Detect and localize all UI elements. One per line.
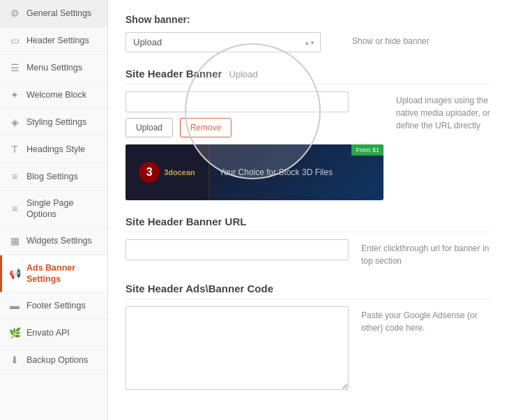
sidebar-label-single-page-options: Single Page Options [26,197,99,220]
sidebar-label-general-settings: General Settings [26,8,91,19]
logo-text: 3docean [164,168,195,177]
sidebar-icon-single-page-options: ≡ [8,202,21,215]
sidebar-icon-styling-settings: ◈ [8,116,21,128]
sidebar-item-header-settings[interactable]: ▭Header Settings [0,27,107,54]
banner-url-section-title: Site Header Banner URL [126,216,492,232]
banner-url-hint: Enter clickthrough url for banner in top… [361,239,492,267]
sidebar-label-envato-api: Envato API [26,327,70,338]
sidebar-icon-widgets-settings: ▦ [8,235,21,248]
sidebar-icon-welcome-block: ✦ [8,89,21,101]
ads-banner-title: Site Header Ads\Banner Code [126,283,492,299]
banner-url-field[interactable]: http://themeforest.net/user/ZERGE?ref=ze… [126,239,349,260]
sidebar-item-single-page-options[interactable]: ≡Single Page Options [0,190,107,228]
sidebar: ⚙General Settings▭Header Settings☰Menu S… [0,0,108,420]
show-banner-hint: Show or hide banner [352,32,492,47]
ads-banner-hint: Paste your Google Adsense (or other) cod… [361,306,492,334]
banner-badge: From $1 [351,144,383,156]
banner-tagline: Your Choice for Stock 3D Files [209,167,383,177]
show-banner-select-wrapper[interactable]: UploadShowHide [126,32,321,52]
sidebar-label-widgets-settings: Widgets Settings [26,235,92,246]
sidebar-item-welcome-block[interactable]: ✦Welcome Block [0,82,107,109]
sidebar-label-blog-settings: Blog Settings [26,171,78,182]
upload-button[interactable]: Upload [126,118,173,137]
sidebar-item-blog-settings[interactable]: ≡Blog Settings [0,163,107,190]
sidebar-icon-envato-api: 🌿 [8,327,21,339]
sidebar-item-headings-style[interactable]: THeadings Style [0,136,107,163]
upload-hint: Upload images using the native media upl… [396,91,492,132]
sidebar-icon-ads-banner-settings: 📢 [8,267,21,280]
sidebar-item-ads-banner-settings[interactable]: 📢Ads Banner Settings [0,255,107,293]
sidebar-label-welcome-block: Welcome Block [26,89,86,100]
sidebar-item-footer-settings[interactable]: ▬Footer Settings [0,292,107,320]
sidebar-item-backup-options[interactable]: ⬇Backup Options [0,347,107,374]
sidebar-icon-backup-options: ⬇ [8,354,21,366]
show-banner-select[interactable]: UploadShowHide [126,32,321,52]
remove-button[interactable]: Remove [180,118,232,137]
site-header-banner-title: Site Header Banner Upload [126,68,492,84]
upload-section-label: Upload [229,69,258,80]
sidebar-item-styling-settings[interactable]: ◈Styling Settings [0,109,107,136]
sidebar-item-widgets-settings[interactable]: ▦Widgets Settings [0,228,107,255]
banner-url-input[interactable]: http://wp.color-theme.com/pravda/wp-cont… [126,91,349,112]
show-banner-label: Show banner: [126,14,492,25]
sidebar-label-ads-banner-settings: Ads Banner Settings [26,262,99,285]
banner-logo-box: 3 3docean [126,144,209,200]
banner-preview: 3 3docean Your Choice for Stock 3D Files… [126,144,383,200]
sidebar-icon-blog-settings: ≡ [8,170,21,183]
sidebar-label-footer-settings: Footer Settings [26,300,86,311]
sidebar-icon-menu-settings: ☰ [8,61,21,74]
ads-banner-code-input[interactable] [126,306,349,390]
sidebar-icon-general-settings: ⚙ [8,7,21,20]
sidebar-icon-footer-settings: ▬ [8,299,21,312]
sidebar-label-styling-settings: Styling Settings [26,117,86,128]
sidebar-label-menu-settings: Menu Settings [26,62,82,73]
sidebar-item-envato-api[interactable]: 🌿Envato API [0,320,107,347]
sidebar-icon-headings-style: T [8,143,21,156]
sidebar-label-headings-style: Headings Style [26,144,85,155]
logo-icon: 3 [139,162,160,183]
sidebar-item-general-settings[interactable]: ⚙General Settings [0,0,107,27]
sidebar-label-backup-options: Backup Options [26,354,88,366]
sidebar-icon-header-settings: ▭ [8,34,21,47]
sidebar-item-menu-settings[interactable]: ☰Menu Settings [0,54,107,82]
main-content: Show banner: UploadShowHide Show or hide… [108,0,509,420]
sidebar-label-header-settings: Header Settings [26,35,89,46]
